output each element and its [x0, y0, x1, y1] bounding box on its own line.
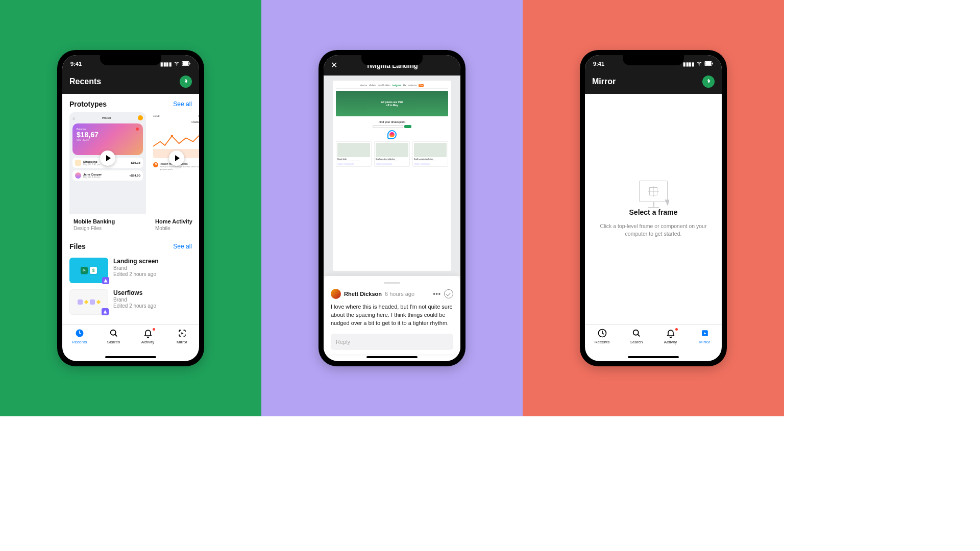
more-icon[interactable]: ••• [433, 290, 441, 297]
tab-label: Mirror [177, 340, 187, 344]
activity-heading: Home [153, 120, 199, 123]
panel-purple: ✕ Twigma Landing about usall plantsmonth… [261, 0, 523, 416]
commenter-avatar[interactable] [331, 289, 341, 299]
file-row[interactable]: Userflows Brand Edited 2 hours ago [62, 286, 199, 318]
tab-label: Recents [595, 340, 609, 344]
empty-title: Select a frame [629, 208, 678, 216]
product-desc: Lorem ipsum dolor sit amet consectetur. [376, 160, 408, 162]
signal-icon: ▮▮▮▮ [160, 61, 172, 67]
mirror-empty-state: Select a frame Click a top-level frame o… [585, 94, 722, 324]
wallet-label: Wallet [102, 116, 111, 119]
prototype-card[interactable]: ☰Wallet Balance $18,67 5894 · Apr 23 Sho… [69, 112, 146, 236]
tab-label: Mirror [699, 340, 710, 344]
canvas-preview[interactable]: about usall plantsmonthly editiontwigmab… [324, 76, 460, 276]
tab-activity[interactable]: Activity [131, 328, 165, 354]
product-desc: Lorem ipsum dolor sit amet consectetur. [337, 160, 370, 162]
notch [100, 55, 161, 65]
product-btn: Add to basket [344, 163, 354, 165]
home-indicator[interactable] [105, 356, 156, 358]
file-project: Brand [113, 265, 159, 271]
nav-link: about us [360, 84, 367, 86]
flag-icon: ⚑ [153, 162, 158, 167]
home-indicator[interactable] [628, 356, 679, 358]
tab-recents[interactable]: Recents [585, 328, 619, 354]
section-title-prototypes: Prototypes [69, 100, 107, 108]
nav-link: monthly edition [378, 84, 390, 86]
search-button-preview [404, 125, 411, 128]
tab-mirror[interactable]: Mirror [165, 328, 199, 354]
product-btn: Details [376, 163, 382, 165]
see-all-files[interactable]: See all [173, 243, 192, 250]
phone-frame-3: 9:41 ▮▮▮▮ Mirror Select a frame Click a … [580, 50, 727, 366]
close-icon[interactable]: ✕ [331, 61, 342, 69]
product-btn: Details [414, 163, 420, 165]
commenter-name: Rhett Dickson [344, 291, 382, 297]
user-avatar[interactable] [702, 76, 715, 88]
section-heading: Find your dream plant [336, 120, 448, 123]
badge-dot [675, 328, 678, 331]
tab-bar: Recents Search Activity Mirror [62, 324, 199, 354]
prototype-card[interactable]: 10:08⟳ Home ⚑Reach for your goalsStart y… [151, 112, 199, 236]
tab-label: Search [630, 340, 643, 344]
nav-link: blog [403, 84, 407, 86]
play-icon[interactable] [100, 151, 115, 166]
file-thumbnail: ✳$ [69, 258, 108, 283]
panel-green: 9:41 ▮▮▮▮ Recents [0, 0, 261, 416]
comment-sheet: Rhett Dickson 6 hours ago ••• I love whe… [324, 276, 460, 354]
txn-amount: -$16.35 [130, 161, 140, 164]
signal-icon: ▮▮▮▮ [683, 61, 694, 67]
tab-activity[interactable]: Activity [653, 328, 688, 354]
tab-mirror[interactable]: Mirror [688, 328, 722, 354]
file-project: Brand [113, 297, 156, 303]
tab-search[interactable]: Search [96, 328, 131, 354]
status-time: 9:41 [593, 61, 604, 67]
bag-icon [75, 160, 81, 166]
comment-body: I love where this is headed, but I'm not… [331, 303, 453, 328]
product-btn: Add to basket [421, 163, 430, 165]
bell-icon [665, 328, 676, 339]
tab-label: Search [107, 340, 120, 344]
bell-icon [142, 328, 154, 339]
search-field-preview [373, 125, 403, 128]
wifi-icon [696, 61, 702, 67]
panel-coral: 9:41 ▮▮▮▮ Mirror Select a frame Click a … [523, 0, 784, 416]
nav-link: all plants [369, 84, 376, 86]
see-all-prototypes[interactable]: See all [173, 101, 192, 108]
balance-value: $18,67 [77, 131, 139, 139]
tab-label: Activity [664, 340, 677, 344]
page-title: Recents [69, 77, 101, 86]
section-title-files: Files [69, 242, 86, 251]
badge-dot [153, 328, 155, 331]
figjam-badge-icon [102, 308, 109, 315]
clock-icon [597, 328, 608, 339]
drag-handle[interactable] [384, 282, 400, 284]
notch [361, 55, 423, 65]
resolve-icon[interactable] [444, 289, 453, 298]
phone-frame-1: 9:41 ▮▮▮▮ Recents [57, 50, 204, 366]
file-edited: Edited 2 hours ago [113, 271, 159, 277]
balance-label: Balance [77, 128, 139, 131]
hero-text: off in May [386, 104, 398, 107]
status-time: 9:41 [70, 61, 82, 67]
reply-input[interactable]: Reply [331, 334, 453, 350]
file-row[interactable]: ✳$ Landing screen Brand Edited 2 hours a… [62, 255, 199, 286]
clock-icon [74, 328, 85, 339]
prototype-subtitle: Mobile [155, 226, 198, 231]
app-header: Mirror [585, 72, 722, 94]
content-scroll[interactable]: Prototypes See all ☰Wallet Balance $18,6… [62, 94, 199, 324]
play-icon[interactable] [169, 151, 184, 166]
goal-sub: Start your free trial to get the data sm… [160, 165, 199, 170]
svg-point-3 [170, 135, 173, 137]
user-avatar[interactable] [180, 76, 192, 88]
app-header: Recents [62, 72, 199, 94]
tab-search[interactable]: Search [619, 328, 653, 354]
avatar-icon [75, 172, 81, 179]
wallet-sub2: Apr 23 [83, 139, 89, 141]
nav-link: contact us [408, 84, 416, 86]
home-indicator[interactable] [366, 356, 418, 358]
battery-icon [704, 61, 714, 67]
comment-pin-icon[interactable] [387, 130, 397, 139]
tab-recents[interactable]: Recents [62, 328, 96, 354]
search-icon [108, 328, 119, 339]
battery-icon [182, 61, 191, 67]
